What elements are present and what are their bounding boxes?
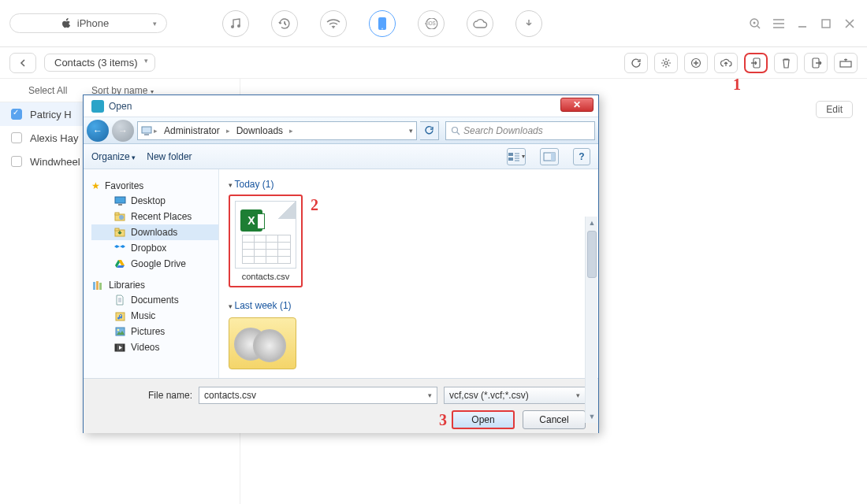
ios-button[interactable]: iOS: [418, 10, 445, 37]
search-app-icon[interactable]: [747, 16, 763, 32]
svg-rect-29: [93, 282, 95, 290]
path-segment[interactable]: Administrator: [159, 124, 225, 138]
filetype-select[interactable]: vcf,csv (*.vcf;*.csv)▾: [444, 387, 586, 404]
group-lastweek[interactable]: Last week (1): [229, 300, 589, 311]
trash-button[interactable]: [774, 53, 798, 73]
filename-input[interactable]: contacts.csv▾: [199, 387, 437, 404]
svg-rect-16: [144, 134, 149, 135]
svg-rect-30: [96, 281, 99, 290]
svg-rect-14: [840, 61, 851, 67]
settings-button[interactable]: [654, 53, 678, 73]
sidebar-item-gdrive[interactable]: Google Drive: [91, 256, 218, 272]
export-button[interactable]: [804, 53, 828, 73]
apple-icon: [61, 18, 71, 29]
checkbox-icon[interactable]: [11, 132, 22, 143]
svg-point-17: [452, 127, 458, 132]
document-icon: [113, 295, 126, 306]
chevron-down-icon[interactable]: ▾: [409, 127, 413, 135]
file-area[interactable]: Today (1) X contacts.csv 2 Last week (1): [219, 169, 598, 378]
desktop-icon: [113, 195, 126, 206]
filename-label: File name:: [96, 390, 192, 401]
organize-menu[interactable]: Organize: [91, 151, 136, 162]
computer-icon: [141, 125, 152, 136]
libraries-group[interactable]: Libraries: [91, 278, 218, 292]
preview-pane-button[interactable]: [540, 148, 559, 165]
videos-icon: [113, 342, 126, 353]
breadcrumb[interactable]: Contacts (3 items): [44, 54, 155, 72]
scrollbar[interactable]: ▲ ▼: [585, 217, 597, 423]
cloud-upload-button[interactable]: [714, 53, 738, 73]
scroll-thumb[interactable]: [587, 231, 597, 278]
wifi-button[interactable]: [320, 10, 347, 37]
maximize-button[interactable]: [818, 16, 834, 32]
menu-icon[interactable]: [771, 16, 787, 32]
phone-button[interactable]: [369, 10, 396, 37]
downloads-icon: [113, 227, 126, 238]
device-selector[interactable]: iPhone ▾: [9, 13, 167, 33]
svg-rect-15: [142, 127, 151, 133]
svg-point-34: [117, 329, 119, 332]
favorites-group[interactable]: ★Favorites: [91, 179, 218, 193]
download-button[interactable]: [515, 10, 542, 37]
folder-tile[interactable]: [229, 317, 296, 369]
chevron-down-icon: ▾: [576, 391, 580, 399]
svg-point-0: [231, 25, 234, 28]
chevron-down-icon[interactable]: ▾: [428, 391, 432, 399]
svg-point-2: [333, 27, 334, 28]
group-today[interactable]: Today (1): [229, 179, 589, 190]
open-button[interactable]: Open: [452, 410, 515, 429]
history-button[interactable]: [271, 10, 298, 37]
close-dialog-button[interactable]: ✕: [560, 98, 594, 112]
sidebar-item-videos[interactable]: Videos: [91, 339, 218, 355]
search-icon: [451, 126, 460, 135]
scroll-down-icon[interactable]: ▼: [586, 410, 598, 423]
sidebar-item-desktop[interactable]: Desktop: [91, 193, 218, 209]
refresh-address-button[interactable]: [420, 121, 439, 140]
svg-rect-37: [123, 344, 125, 351]
sidebar-item-documents[interactable]: Documents: [91, 292, 218, 308]
nav-forward-button[interactable]: →: [112, 120, 134, 142]
file-caption: contacts.csv: [235, 272, 296, 281]
cloud-button[interactable]: [467, 10, 493, 37]
svg-rect-28: [115, 228, 119, 231]
chevron-down-icon: ▾: [153, 20, 157, 28]
search-input[interactable]: Search Downloads: [445, 121, 595, 140]
close-app-button[interactable]: [842, 16, 858, 32]
sidebar-item-music[interactable]: Music: [91, 308, 218, 324]
annotation-3: 3: [439, 411, 447, 429]
help-button[interactable]: ?: [573, 148, 590, 165]
gdrive-icon: [113, 258, 126, 269]
svg-rect-4: [379, 19, 385, 28]
svg-point-26: [119, 215, 124, 220]
checkbox-icon[interactable]: [11, 109, 22, 120]
sidebar-item-pictures[interactable]: Pictures: [91, 324, 218, 339]
checkbox-icon[interactable]: [11, 156, 22, 167]
file-tile-contacts[interactable]: X contacts.csv: [229, 195, 303, 287]
minimize-button[interactable]: [794, 16, 810, 32]
address-bar[interactable]: ▸ Administrator ▸ Downloads ▸ ▾: [137, 121, 417, 140]
add-button[interactable]: [684, 53, 708, 73]
cancel-button[interactable]: Cancel: [523, 410, 586, 429]
select-all-header[interactable]: Select All: [0, 85, 91, 96]
path-segment[interactable]: Downloads: [232, 124, 288, 138]
new-folder-button[interactable]: New folder: [147, 151, 192, 162]
sidebar-item-dropbox[interactable]: Dropbox: [91, 240, 218, 256]
back-button[interactable]: [9, 53, 36, 73]
import-button[interactable]: [744, 53, 768, 73]
dialog-titlebar[interactable]: Open ✕: [84, 95, 598, 117]
svg-point-8: [754, 21, 756, 24]
edit-button[interactable]: Edit: [816, 101, 853, 118]
sidebar-item-downloads[interactable]: Downloads: [91, 224, 218, 240]
refresh-button[interactable]: [624, 53, 648, 73]
svg-rect-9: [822, 20, 830, 28]
svg-point-1: [237, 24, 240, 28]
svg-rect-22: [115, 197, 125, 203]
view-mode-button[interactable]: ▾: [507, 148, 526, 165]
sidebar-item-recent[interactable]: Recent Places: [91, 209, 218, 224]
music-button[interactable]: [222, 10, 249, 37]
transfer-button[interactable]: [834, 53, 858, 73]
scroll-up-icon[interactable]: ▲: [586, 217, 598, 229]
dropbox-icon: [113, 243, 126, 254]
annotation-2: 2: [311, 196, 318, 214]
nav-back-button[interactable]: ←: [87, 120, 109, 142]
